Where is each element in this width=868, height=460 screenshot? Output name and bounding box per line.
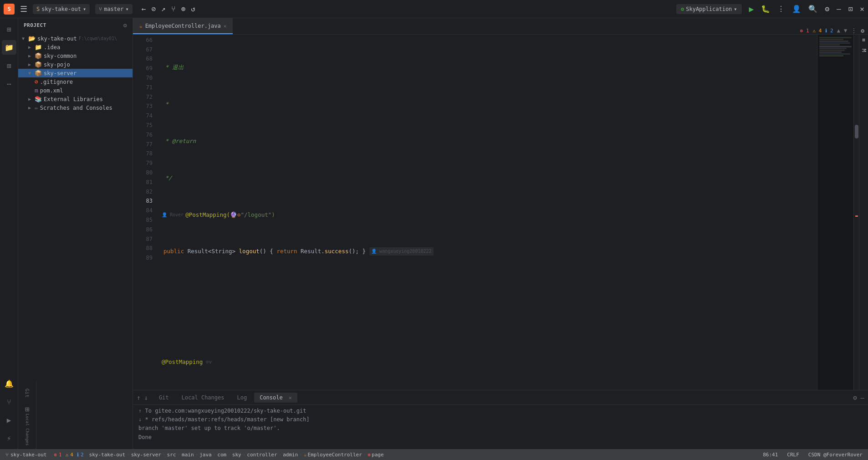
tab-close-button[interactable]: ✕ [224, 23, 227, 29]
activity-git-icon[interactable]: ⑂ [2, 394, 16, 409]
git-annotation-70: 👤 Rover [162, 211, 184, 219]
class-icon: ☕ [304, 452, 307, 458]
run-button[interactable]: ▶ [749, 4, 754, 14]
collapse-all-icon[interactable]: ▼ [844, 27, 847, 34]
right-icon-1[interactable]: ≡ [861, 38, 867, 41]
run-config-selector[interactable]: ⚙ SkyApplication ▾ [676, 4, 742, 14]
breadcrumb-item-admin[interactable]: admin [283, 452, 298, 458]
breadcrumb-item-method[interactable]: ⊗page [368, 452, 383, 458]
folder-icon-root: 📂 [28, 35, 36, 42]
breadcrumb-item-controller[interactable]: controller [247, 452, 277, 458]
status-encoding[interactable]: CRLF [785, 452, 801, 458]
sidebar-item-sky-server[interactable]: ▼ 📦 sky-server [18, 69, 133, 77]
panel-settings-icon[interactable]: ⚙ [861, 27, 864, 34]
activity-structure-icon[interactable]: ⊞ [2, 58, 16, 73]
bottom-panel-settings-icon[interactable]: ⚙ [853, 394, 857, 401]
sidebar-settings-icon[interactable]: ⚙ [123, 22, 127, 29]
kw-public-71: public [163, 247, 188, 256]
status-position[interactable]: 86:41 [761, 452, 780, 458]
vertical-scrollbar[interactable] [853, 35, 859, 390]
undo-icon[interactable]: ↺ [191, 5, 195, 13]
activity-project-icon[interactable]: 📁 [2, 40, 16, 55]
run-config-name: SkyApplication [686, 6, 732, 12]
bottom-panel-minimize-icon[interactable]: — [861, 394, 864, 401]
tab-file-icon: ☕ [139, 23, 143, 29]
maximize-button[interactable]: ⊡ [848, 5, 853, 13]
bottom-tab-git-label: Git [159, 394, 169, 401]
scratches-icon: ✏ [35, 104, 38, 111]
sidebar-item-sky-pojo[interactable]: ▶ 📦 sky-pojo [18, 60, 133, 69]
sidebar-item-sky-common[interactable]: ▶ 📦 sky-common [18, 51, 133, 60]
code-editor-container: 66 67 68 69 70 71 72 73 74 75 76 77 78 7… [133, 35, 868, 390]
right-icon-2[interactable]: M [861, 49, 867, 52]
minimize-button[interactable]: — [837, 5, 841, 13]
line-num-71: 71 [133, 83, 153, 92]
nav-icons: ← ⊘ ↗ ⑂ ⊕ ↺ [142, 5, 195, 13]
breadcrumb-sep-6: › [228, 452, 231, 458]
breadcrumb-item-com[interactable]: com [217, 452, 226, 458]
revert-icon[interactable]: ⊘ [151, 5, 156, 13]
status-errors[interactable]: ⊗ 1 ⚠ 4 ℹ 2 [52, 452, 85, 458]
activity-recent-icon[interactable]: ⊞ [2, 22, 16, 36]
bottom-tab-log[interactable]: Log [231, 393, 252, 403]
activity-notifications-icon[interactable]: 🔔 [2, 376, 16, 391]
breadcrumb-item-sky[interactable]: sky [232, 452, 241, 458]
activity-terminal-icon[interactable]: ⚡ [2, 431, 16, 445]
line-num-88: 88 [133, 244, 153, 254]
line-num-87: 87 [133, 235, 153, 244]
activity-more-icon[interactable]: ⋯ [2, 77, 16, 91]
breadcrumb-item-src[interactable]: src [167, 452, 176, 458]
breadcrumb-item-root[interactable]: sky-take-out [89, 452, 125, 458]
sidebar-item-pom[interactable]: m pom.xml [18, 86, 133, 95]
bottom-panel-down-arrow[interactable]: ↓ [144, 394, 148, 401]
debug-button[interactable]: 🐛 [761, 5, 770, 13]
menu-button[interactable]: ☰ [18, 2, 29, 15]
bottom-panel-tabs: ↑ ↓ Git Local Changes Log Console ✕ ⚙ — [133, 390, 868, 405]
status-branch[interactable]: ⑂ sky-take-out [4, 452, 48, 458]
bottom-tab-local-changes[interactable]: Local Changes [176, 393, 230, 403]
close-button[interactable]: ✕ [860, 5, 864, 13]
breadcrumb-item-java[interactable]: java [199, 452, 212, 458]
project-selector[interactable]: S sky-take-out ▾ [33, 4, 90, 14]
tab-actions: ⊗ 1 ⚠ 4 ℹ 2 ▲ ▼ ⋮ ⚙ [800, 27, 868, 34]
code-editor[interactable]: 66 67 68 69 70 71 72 73 74 75 76 77 78 7… [133, 35, 859, 390]
sidebar-item-scratches[interactable]: ▶ ✏ Scratches and Consoles [18, 103, 133, 112]
forward-icon[interactable]: ↗ [161, 5, 166, 13]
editor-tab-employee-controller[interactable]: ☕ EmployeeController.java ✕ [133, 18, 233, 34]
module-icon-sky-pojo: 📦 [35, 61, 42, 68]
ann-postmapping-74: @PostMapping [162, 358, 203, 367]
breadcrumb-item-main[interactable]: main [182, 452, 194, 458]
branch-selector[interactable]: ⑂ master ▾ [95, 4, 133, 14]
code-text-66: * 退出 [162, 63, 184, 72]
bookmark-icon[interactable]: ⑂ [171, 5, 176, 13]
tab-bar-more-icon[interactable]: ⋮ [851, 27, 857, 34]
bottom-tab-console-close[interactable]: ✕ [289, 395, 292, 401]
console-text-2: * refs/heads/master:refs/heads/master [n… [145, 416, 309, 423]
profile-icon[interactable]: 👤 [792, 5, 801, 13]
line-num-81: 81 [133, 178, 153, 187]
status-warning-icon: ⚠ [66, 452, 69, 458]
breadcrumb-item-class[interactable]: ☕EmployeeController [304, 452, 362, 458]
code-lines[interactable]: * 退出 * * @return */ [158, 35, 817, 390]
expand-all-icon[interactable]: ▲ [837, 27, 840, 34]
sidebar-item-root[interactable]: ▼ 📂 sky-take-out F:\cqwm\day01\ [18, 34, 133, 43]
bottom-tab-git[interactable]: Git [153, 393, 174, 403]
search-icon[interactable]: 🔍 [808, 5, 817, 13]
sidebar-item-idea[interactable]: ▶ 📁 .idea [18, 43, 133, 51]
bottom-tab-console[interactable]: Console ✕ [254, 393, 297, 403]
sidebar-item-external-libs[interactable]: ▶ 📚 External Libraries [18, 95, 133, 103]
expand-arrow-sky-server: ▼ [28, 71, 35, 76]
back-button[interactable]: ← [142, 5, 146, 13]
left-panel-git-icon[interactable]: Git [22, 385, 32, 401]
more-options-button[interactable]: ⋮ [777, 5, 785, 13]
history-icon[interactable]: ⊕ [181, 5, 186, 13]
breadcrumb-item-server[interactable]: sky-server [131, 452, 161, 458]
sidebar-item-label-root: sky-take-out [37, 36, 77, 42]
left-panel-local-changes[interactable]: ⊞ Local Changes [25, 405, 30, 445]
code-content: 66 67 68 69 70 71 72 73 74 75 76 77 78 7… [133, 35, 859, 390]
settings-icon[interactable]: ⚙ [825, 5, 829, 13]
line-num-68: 68 [133, 55, 153, 64]
bottom-panel-up-arrow[interactable]: ↑ [137, 394, 140, 401]
activity-run-icon[interactable]: ▶ [2, 413, 16, 427]
sidebar-item-gitignore[interactable]: ⊘ .gitignore [18, 77, 133, 86]
